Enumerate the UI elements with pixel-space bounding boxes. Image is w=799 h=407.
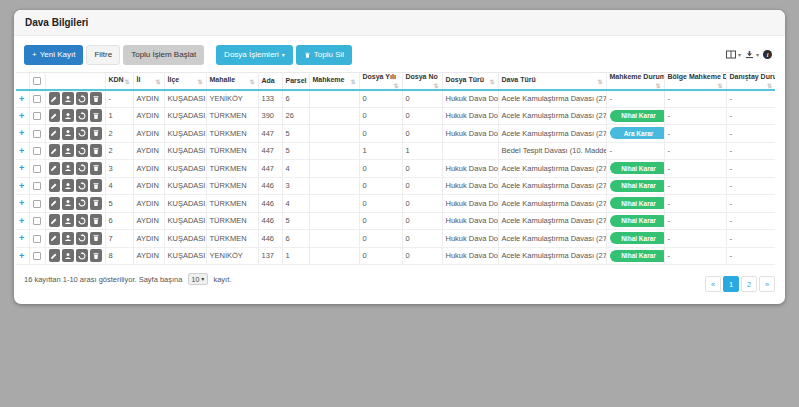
history-button[interactable] [76,232,88,245]
history-button[interactable] [76,109,88,122]
page-size-select[interactable]: 10 ▾ [188,273,209,285]
sort-icon[interactable]: ⇅ [350,78,355,85]
edit-button[interactable] [49,109,61,122]
row-checkbox[interactable] [33,165,41,173]
history-button[interactable] [76,127,88,140]
expand-row-icon[interactable]: + [19,163,24,173]
row-checkbox[interactable] [33,147,41,155]
row-checkbox[interactable] [33,182,41,190]
column-header[interactable]: Dava Türü⇅ [498,72,606,90]
info-icon[interactable]: i [763,50,772,59]
column-header[interactable]: KDN⇅ [105,72,133,90]
expand-row-icon[interactable]: + [19,251,24,261]
user-button[interactable] [62,197,74,210]
trash-button[interactable] [90,92,102,105]
trash-button[interactable] [90,162,102,175]
sort-icon[interactable]: ⇅ [249,78,254,85]
column-header[interactable]: Mahalle⇅ [206,72,258,90]
sort-icon[interactable]: ⇅ [197,78,202,85]
expand-row-icon[interactable]: + [19,94,24,104]
row-checkbox[interactable] [33,112,41,120]
trash-button[interactable] [90,144,102,157]
trash-button[interactable] [90,232,102,245]
column-header[interactable]: Dosya Türü⇅ [442,72,498,90]
row-checkbox[interactable] [33,130,41,138]
edit-button[interactable] [49,92,61,105]
sort-icon[interactable]: ⇅ [717,82,722,89]
column-header[interactable]: İlçe⇅ [164,72,206,90]
sort-icon[interactable]: ⇅ [155,78,160,85]
column-header[interactable]: İl⇅ [133,72,164,90]
expand-row-icon[interactable]: + [19,181,24,191]
row-checkbox[interactable] [33,252,41,260]
expand-row-icon[interactable]: + [19,146,24,156]
edit-button[interactable] [49,232,61,245]
trash-button[interactable] [90,109,102,122]
trash-button[interactable] [90,214,102,227]
cell-il: AYDIN [133,195,164,213]
trash-button[interactable] [90,197,102,210]
new-record-button[interactable]: + Yeni Kayıt [24,45,83,65]
edit-button[interactable] [49,249,61,262]
row-checkbox[interactable] [33,235,41,243]
table-row: +2AYDINKUŞADASITÜRKMEN447511Bedel Tespit… [16,142,775,160]
trash-button[interactable] [90,249,102,262]
column-header[interactable]: Dosya No⇅ [402,72,442,90]
pagination-prev-button[interactable]: « [705,276,721,292]
row-checkbox[interactable] [33,217,41,225]
user-button[interactable] [62,214,74,227]
row-checkbox[interactable] [33,200,41,208]
history-button[interactable] [76,179,88,192]
history-button[interactable] [76,92,88,105]
bulk-delete-button[interactable]: Toplu Sil [296,45,352,65]
sort-icon[interactable]: ⇅ [655,82,660,89]
history-button[interactable] [76,162,88,175]
sort-icon[interactable]: ⇅ [124,78,129,85]
select-all-checkbox[interactable] [33,77,41,85]
expand-row-icon[interactable]: + [19,233,24,243]
sort-icon[interactable]: ⇅ [433,82,438,89]
expand-row-icon[interactable]: + [19,216,24,226]
user-button[interactable] [62,144,74,157]
pagination-next-button[interactable]: » [759,276,775,292]
row-checkbox[interactable] [33,95,41,103]
sort-icon[interactable]: ⇅ [597,78,602,85]
history-button[interactable] [76,214,88,227]
bulk-process-button[interactable]: Toplu İşlem Başlat [123,45,204,65]
user-button[interactable] [62,179,74,192]
user-button[interactable] [62,127,74,140]
history-button[interactable] [76,249,88,262]
column-header[interactable]: Mahkeme⇅ [309,72,359,90]
sort-icon[interactable]: ⇅ [489,78,494,85]
trash-button[interactable] [90,179,102,192]
user-button[interactable] [62,162,74,175]
pagination-page-2[interactable]: 2 [741,276,757,292]
expand-row-icon[interactable]: + [19,111,24,121]
edit-button[interactable] [49,127,61,140]
sort-icon[interactable]: ⇅ [767,82,772,89]
user-button[interactable] [62,249,74,262]
edit-button[interactable] [49,197,61,210]
column-header[interactable]: Dosya Yılı⇅ [359,72,402,90]
history-button[interactable] [76,197,88,210]
column-header[interactable]: Mahkeme Durumu⇅ [606,72,664,90]
file-operations-dropdown[interactable]: Dosya İşlemleri ▾ [216,45,293,65]
user-button[interactable] [62,109,74,122]
expand-row-icon[interactable]: + [19,198,24,208]
edit-button[interactable] [49,179,61,192]
edit-button[interactable] [49,162,61,175]
column-header[interactable]: Bölge Mahkeme Durumu⇅ [664,72,726,90]
sort-icon[interactable]: ⇅ [393,82,398,89]
export-button[interactable]: ▾ [745,50,759,59]
user-button[interactable] [62,232,74,245]
pagination-page-1[interactable]: 1 [723,276,739,292]
column-visibility-button[interactable]: ▾ [726,50,741,59]
column-header[interactable]: Danıştay Durumu⇅ [726,72,775,90]
filter-button[interactable]: Filtre [86,45,120,65]
trash-button[interactable] [90,127,102,140]
expand-row-icon[interactable]: + [19,128,24,138]
history-button[interactable] [76,144,88,157]
edit-button[interactable] [49,214,61,227]
edit-button[interactable] [49,144,61,157]
user-button[interactable] [62,92,74,105]
